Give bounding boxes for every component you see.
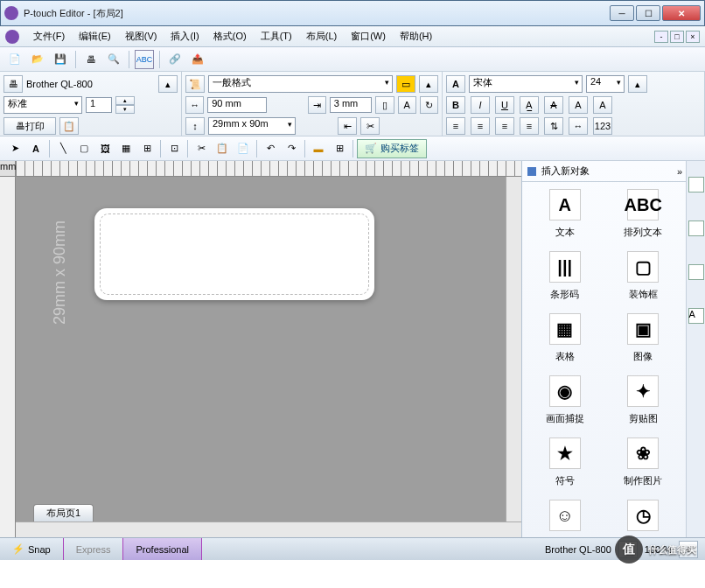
text-tool-icon[interactable]: A xyxy=(26,139,45,158)
tab-history-icon[interactable] xyxy=(688,264,704,280)
format-combo[interactable]: 一般格式 xyxy=(208,75,393,93)
cut-icon[interactable]: ✂ xyxy=(192,139,211,158)
collapse-icon[interactable]: ▴ xyxy=(158,75,178,93)
font-combo[interactable]: 宋体 xyxy=(469,75,583,93)
orientation-portrait-icon[interactable]: ▯ xyxy=(375,96,394,114)
link-icon[interactable]: 🔗 xyxy=(165,50,185,69)
buy-labels-button[interactable]: 🛒 购买标签 xyxy=(357,139,427,158)
preview-icon[interactable]: 🔍 xyxy=(104,50,123,69)
group-icon[interactable]: ⊞ xyxy=(330,139,349,158)
insert-object-item[interactable]: ✦剪贴图 xyxy=(612,375,674,425)
snap-tool-icon[interactable]: ⊡ xyxy=(164,139,184,158)
bold-button[interactable]: B xyxy=(446,96,465,114)
size-combo[interactable]: 24 xyxy=(586,75,625,93)
mode-express[interactable]: Express xyxy=(64,538,124,560)
menu-tools[interactable]: 工具(T) xyxy=(254,28,299,45)
scrollbar-vertical[interactable] xyxy=(506,177,521,522)
insert-object-item[interactable]: ◉画面捕捉 xyxy=(534,375,596,425)
rotate-icon[interactable]: ↻ xyxy=(420,96,438,114)
copies-up[interactable]: ▴ xyxy=(115,96,135,105)
save-icon[interactable]: 💾 xyxy=(51,50,70,69)
pointer-tool-icon[interactable]: ➤ xyxy=(5,139,24,158)
menu-insert[interactable]: 插入(I) xyxy=(164,28,206,45)
mode-professional[interactable]: Professional xyxy=(123,538,202,560)
page-tab[interactable]: 布局页1 xyxy=(33,504,94,522)
text-direction-icon[interactable]: A xyxy=(398,96,416,114)
align-left-icon[interactable]: ≡ xyxy=(446,117,465,135)
insert-object-item[interactable]: ABC排列文本 xyxy=(612,189,674,239)
menu-file[interactable]: 文件(F) xyxy=(26,28,72,45)
align-justify-icon[interactable]: ≡ xyxy=(520,117,539,135)
copies-down[interactable]: ▾ xyxy=(115,105,135,114)
org-tool-icon[interactable]: ⊞ xyxy=(137,139,157,158)
open-icon[interactable]: 📂 xyxy=(28,50,47,69)
margin-input[interactable]: 3 mm xyxy=(330,97,373,113)
menu-window[interactable]: 窗口(W) xyxy=(344,28,393,45)
tab-text-icon[interactable]: A xyxy=(688,308,704,324)
insert-object-item[interactable]: |||条形码 xyxy=(534,251,596,301)
print-icon[interactable]: 🖶 xyxy=(81,50,101,69)
menu-format[interactable]: 格式(O) xyxy=(206,28,254,45)
spacing-icon[interactable]: ↔ xyxy=(569,117,588,135)
line-tool-icon[interactable]: ╲ xyxy=(53,139,73,158)
underline-button[interactable]: U xyxy=(495,96,514,114)
collapse-icon[interactable]: ▴ xyxy=(419,75,438,93)
size-combo[interactable]: 29mm x 90m xyxy=(208,117,296,135)
insert-object-item[interactable]: ☺合成画面 xyxy=(534,500,596,537)
mode-snap[interactable]: ⚡ Snap xyxy=(0,538,64,560)
table-tool-icon[interactable]: ▦ xyxy=(116,139,136,158)
close-button[interactable]: ✕ xyxy=(662,5,701,21)
paste-icon[interactable]: 📄 xyxy=(234,139,253,158)
insert-object-item[interactable]: ★符号 xyxy=(534,438,596,487)
italic-button[interactable]: I xyxy=(471,96,490,114)
mdi-close-button[interactable]: × xyxy=(686,31,700,43)
menu-view[interactable]: 视图(V) xyxy=(118,28,164,45)
mdi-restore-button[interactable]: □ xyxy=(670,31,684,43)
menu-help[interactable]: 帮助(H) xyxy=(393,28,439,45)
minimize-button[interactable]: ─ xyxy=(610,5,634,21)
feed-icon[interactable]: ⇤ xyxy=(338,117,357,135)
align-right-icon[interactable]: ≡ xyxy=(495,117,514,135)
insert-object-item[interactable]: ❀制作图片 xyxy=(612,438,674,487)
expand-icon[interactable]: » xyxy=(677,166,681,177)
preset-combo[interactable]: 标准 xyxy=(3,96,82,114)
vertical-text-icon[interactable]: ⇅ xyxy=(544,117,563,135)
app-menu-icon[interactable] xyxy=(5,30,19,44)
undo-icon[interactable]: ↶ xyxy=(261,139,280,158)
image-tool-icon[interactable]: 🖼 xyxy=(95,139,115,158)
text-field-icon[interactable]: ABC xyxy=(135,50,154,69)
insert-object-item[interactable]: ▢装饰框 xyxy=(612,251,674,301)
printer-icon[interactable]: 🖶 xyxy=(3,75,23,93)
mdi-minimize-button[interactable]: - xyxy=(654,31,668,43)
new-icon[interactable]: 📄 xyxy=(5,50,24,69)
collapse-icon[interactable]: ▴ xyxy=(628,75,647,93)
insert-object-item[interactable]: A文本 xyxy=(534,189,596,239)
menu-edit[interactable]: 编辑(E) xyxy=(72,28,118,45)
insert-object-item[interactable]: ▦表格 xyxy=(534,313,596,363)
tab-clipart-icon[interactable] xyxy=(688,220,704,236)
insert-object-item[interactable]: ▣图像 xyxy=(612,313,674,363)
menu-layout[interactable]: 布局(L) xyxy=(299,28,344,45)
scrollbar-horizontal[interactable] xyxy=(16,522,521,537)
shadow-button[interactable]: A xyxy=(593,96,612,114)
rect-tool-icon[interactable]: ▢ xyxy=(74,139,94,158)
print-options-icon[interactable]: 📋 xyxy=(59,117,79,135)
copy-icon[interactable]: 📋 xyxy=(213,139,232,158)
label-shape[interactable] xyxy=(94,208,374,300)
align-center-icon[interactable]: ≡ xyxy=(471,117,490,135)
cut-icon[interactable]: ✂ xyxy=(360,117,380,135)
tab-properties-icon[interactable] xyxy=(688,177,704,192)
maximize-button[interactable]: ☐ xyxy=(636,5,660,21)
canvas[interactable]: 29mm x 90mm 布局页1 xyxy=(16,177,521,537)
width-input[interactable]: 90 mm xyxy=(207,97,267,113)
font-panel-icon[interactable]: A xyxy=(446,75,465,93)
paper-icon[interactable]: 📜 xyxy=(185,75,205,93)
orientation-landscape-icon[interactable]: ▭ xyxy=(396,75,415,93)
print-button[interactable]: 🖶 打印 xyxy=(3,117,56,135)
insert-object-item[interactable]: ◷日期和时间 xyxy=(612,500,674,537)
numbering-icon[interactable]: 123 xyxy=(593,117,612,135)
strike-button[interactable]: A xyxy=(544,96,563,114)
transfer-icon[interactable]: 📤 xyxy=(188,50,207,69)
copies-input[interactable]: 1 xyxy=(86,97,112,113)
fill-color-icon[interactable]: ▬ xyxy=(309,139,328,158)
